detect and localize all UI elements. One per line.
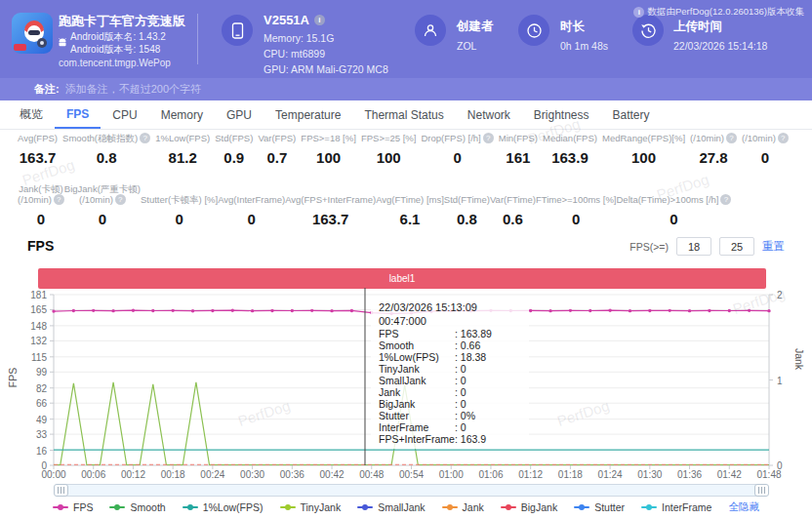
y-tick-label: 66	[16, 398, 47, 409]
x-tick-label: 01:12	[518, 469, 543, 480]
stat-item: Min(FPS)161	[499, 133, 538, 166]
stat-item: MedRange(FPS)[%]100	[602, 133, 685, 166]
note-placeholder: 添加备注，不超过200个字符	[65, 82, 201, 97]
stat-label: Stutter(卡顿率) [%]	[141, 194, 218, 205]
y-tick-label: 181	[16, 290, 47, 300]
help-icon[interactable]: ?	[140, 133, 150, 143]
duration-label: 时长	[560, 19, 585, 35]
stat-item: (/10min)?0	[742, 133, 789, 166]
stat-value: 6.1	[400, 211, 421, 227]
x-tick-label: 00:12	[121, 469, 145, 480]
tab-bar: 概览FPSCPUMemoryGPUTemperatureThermal Stat…	[0, 100, 812, 130]
scrollbar-right-handle[interactable]	[754, 484, 769, 497]
fps-threshold-input-2[interactable]	[719, 237, 754, 256]
stat-label: Avg(FPS+InterFrame)	[285, 194, 376, 205]
creator-label: 创建者	[457, 19, 494, 35]
help-icon[interactable]: ?	[54, 194, 64, 205]
x-tick-label: 01:24	[598, 469, 623, 480]
x-tick-label: 01:00	[439, 469, 464, 480]
x-tick-label: 00:36	[280, 469, 304, 480]
tooltip-row: TinyJank: 0	[379, 363, 521, 375]
perfdog-report-page: 跑跑卡丁车官方竞速版 Android版本名: 1.43.2 Android版本号…	[0, 0, 812, 519]
stat-label: Std(FTime)	[444, 194, 490, 205]
stat-value: 163.7	[20, 149, 57, 166]
tab-cpu[interactable]: CPU	[101, 100, 148, 129]
legend-marker	[280, 503, 296, 511]
y-right-tick-label: 2	[777, 290, 783, 300]
legend-item-jank[interactable]: Jank	[442, 501, 484, 513]
stat-item: Avg(FPS)163.7	[18, 133, 58, 166]
legend-item-interframe[interactable]: InterFrame	[641, 501, 711, 513]
tab-battery[interactable]: Battery	[601, 100, 662, 129]
device-gpu: GPU: ARM Mali-G720 MC8	[264, 63, 388, 75]
stats-row-2: Jank(卡顿)(/10min)?0BigJank(严重卡顿)(/10min)?…	[0, 183, 812, 227]
creator-icon	[415, 15, 446, 46]
legend-item-1-low-fps-[interactable]: 1%Low(FPS)	[183, 501, 264, 513]
legend-item-fps[interactable]: FPS	[53, 501, 93, 513]
stat-item: Var(FPS)0.7	[258, 133, 296, 166]
help-icon[interactable]: ?	[720, 194, 731, 205]
header: 跑跑卡丁车官方竞速版 Android版本名: 1.43.2 Android版本号…	[0, 0, 812, 78]
tab-thermal-status[interactable]: Thermal Status	[352, 100, 455, 129]
stat-item: Std(FTime)0.8	[444, 183, 490, 227]
fps-threshold-input-1[interactable]	[676, 237, 711, 256]
legend-item-stutter[interactable]: Stutter	[574, 501, 625, 513]
tab-network[interactable]: Network	[456, 100, 522, 129]
upload-time-icon	[632, 15, 664, 46]
chart-label-bar[interactable]: label1	[38, 268, 766, 289]
legend-label: TinyJank	[301, 501, 342, 513]
tooltip-row: Smooth: 0.66	[379, 339, 521, 351]
y-tick-label: 115	[16, 352, 47, 363]
legend-item-tinyjank[interactable]: TinyJank	[280, 501, 342, 513]
fps-section-title: FPS	[27, 238, 54, 254]
legend-label: InterFrame	[662, 501, 711, 513]
help-icon[interactable]: ?	[778, 133, 789, 143]
chart-scrollbar[interactable]	[54, 484, 769, 497]
tab-memory[interactable]: Memory	[149, 100, 215, 129]
hide-all-link[interactable]: 全隐藏	[728, 500, 759, 514]
tab-brightness[interactable]: Brightness	[522, 100, 601, 129]
tab-概览[interactable]: 概览	[8, 100, 55, 129]
x-tick-label: 01:18	[558, 469, 583, 480]
x-tick-label: 00:00	[41, 469, 65, 480]
tab-temperature[interactable]: Temperature	[264, 100, 352, 129]
tab-fps[interactable]: FPS	[55, 100, 101, 129]
stat-value: 163.9	[551, 149, 589, 166]
stat-value: 81.2	[169, 149, 197, 166]
y-axis-left-title: FPS	[7, 368, 19, 387]
stat-label: (/10min)	[742, 133, 776, 143]
y-tick-label: 148	[16, 321, 47, 332]
stat-item: Median(FPS)163.9	[543, 133, 597, 166]
x-tick-label: 01:06	[478, 469, 503, 480]
stat-item: Std(FPS)0.9	[215, 133, 253, 166]
tab-gpu[interactable]: GPU	[215, 100, 264, 129]
help-icon[interactable]: ?	[483, 133, 494, 143]
stat-label: (/10min)	[690, 133, 724, 143]
help-icon[interactable]: ?	[115, 194, 126, 205]
y-tick-label: 82	[16, 383, 47, 394]
stat-label: (/10min)	[79, 194, 113, 205]
y-right-tick-label: 1	[777, 376, 783, 386]
legend-marker	[109, 503, 125, 511]
stat-label: Min(FPS)	[499, 133, 538, 143]
legend-item-smooth[interactable]: Smooth	[109, 501, 165, 513]
stat-label: FPS>=25 [%]	[361, 133, 417, 143]
help-icon[interactable]: ?	[726, 133, 737, 143]
collect-note: i数据由PerfDog(12.0.260136)版本收集	[633, 6, 804, 19]
chart-tooltip: 22/03/2026 15:13:09 00:47:000 FPS: 163.8…	[371, 297, 529, 449]
fps-filter-label: FPS(>=)	[629, 241, 669, 253]
note-bar[interactable]: 备注: 添加备注，不超过200个字符	[0, 78, 812, 100]
legend-item-smalljank[interactable]: SmallJank	[357, 501, 425, 513]
stat-value: 0.7	[266, 149, 287, 166]
reset-button[interactable]: 重置	[762, 239, 785, 254]
stat-value: 27.8	[699, 149, 727, 166]
stat-item: Stutter(卡顿率) [%]0	[141, 183, 218, 227]
legend-item-bigjank[interactable]: BigJank	[501, 501, 557, 513]
x-tick-label: 01:36	[677, 469, 702, 480]
stat-value: 0	[572, 211, 580, 227]
stat-value: 0	[761, 149, 769, 166]
device-info-icon[interactable]: i	[314, 15, 325, 25]
device-icon	[222, 15, 253, 46]
creator-value: ZOL	[457, 40, 476, 52]
scrollbar-left-handle[interactable]	[54, 484, 68, 497]
